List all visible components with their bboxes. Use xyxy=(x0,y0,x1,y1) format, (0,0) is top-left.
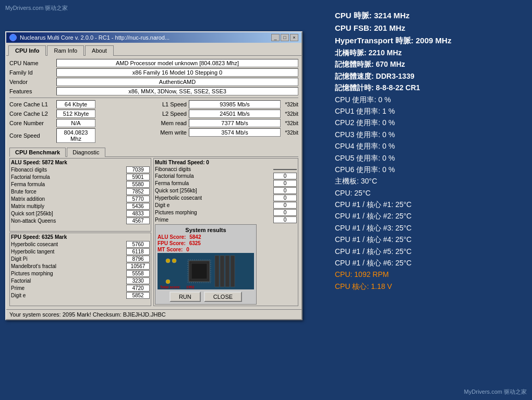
bench-tab-diagnostic[interactable]: Diagnostic xyxy=(67,148,105,157)
bench-row-label: Ferma formula xyxy=(11,181,126,187)
main-tab-bar: CPU Info Ram Info About xyxy=(6,43,301,56)
bench-row-label: Digit e xyxy=(155,202,273,208)
stat-line-12: CPU5 使用率: 0 % xyxy=(335,152,521,164)
bench-buttons[interactable]: RUN CLOSE xyxy=(158,292,254,302)
bench-row-value: 5770 xyxy=(126,196,150,202)
close-button[interactable]: CLOSE xyxy=(204,292,242,302)
stat-line-7: CPU 使用率: 0 % xyxy=(335,94,521,105)
stat-line-16: CPU #1 / 核心 #1: 25°C xyxy=(335,199,521,210)
fpu-score-row: FPU Score: 6325 xyxy=(158,240,254,246)
bench-row-label: Hyperbolic cosecant xyxy=(155,195,273,201)
bench-row: Factorial formula 0 xyxy=(155,173,297,179)
mem-write-badge: *32bit xyxy=(281,130,298,136)
svg-rect-7 xyxy=(231,256,235,287)
right-stats-panel: CPU 時脈: 3214 MHzCPU FSB: 201 MHzHyperTra… xyxy=(329,5,527,296)
alu-panel: ALU Speed: 5872 Mark Fibonacci digits 70… xyxy=(9,158,151,232)
title-bar-text: Nuclearus Multi Core v. 2.0.0 - RC1 - ht… xyxy=(9,34,170,41)
core-number-value: N/A xyxy=(56,119,95,127)
bench-row-label: Brute force xyxy=(11,189,126,195)
stat-line-14: 主機板: 30°C xyxy=(335,175,521,187)
bench-left-panels: ALU Speed: 5872 Mark Fibonacci digits 70… xyxy=(9,158,151,306)
perf-section: Core Cache L1 64 Kbyte Core Cache L2 512… xyxy=(9,100,298,144)
core-number-row: Core Number N/A xyxy=(9,119,153,127)
bench-row-value: 0 xyxy=(273,180,297,187)
bench-tab-cpu[interactable]: CPU Benchmark xyxy=(9,148,66,157)
mem-write-label: Mem write xyxy=(155,129,189,136)
features-value: x86, MMX, 3DNow, SSE, SSE2, SSE3 xyxy=(56,87,298,95)
alu-score-row: ALU Score: 5842 xyxy=(158,234,254,240)
close-button[interactable]: × xyxy=(290,34,298,41)
l1-speed-row: L1 Speed 93985 Mb/s *32bit xyxy=(155,100,298,108)
bench-row-value xyxy=(273,169,297,170)
bench-row: Ferma formula 0 xyxy=(155,180,297,187)
stat-line-10: CPU3 使用率: 0 % xyxy=(335,129,521,140)
bench-row-value: 4567 xyxy=(126,217,150,224)
mt-header: Multi Thread Speed: 0 xyxy=(155,160,297,165)
bench-row: Hyperbolic tangent 6118 xyxy=(11,248,150,255)
title-controls[interactable]: _ □ × xyxy=(271,34,298,41)
bench-row-label: Factorial formula xyxy=(155,173,273,179)
fpu-panel: FPU Speed: 6325 Mark Hyperbolic cosecant… xyxy=(9,233,151,306)
mem-read-row: Mem read 7377 Mb/s *32bit xyxy=(155,119,298,127)
core-cache-l2-row: Core Cache L2 512 Kbyte xyxy=(9,110,153,118)
svg-point-8 xyxy=(166,259,170,263)
mt-panel: Multi Thread Speed: 0 Fibonacci digits F… xyxy=(153,158,298,306)
bench-row-value: 0 xyxy=(273,216,297,223)
results-title: System results xyxy=(158,227,254,233)
tab-ram-info[interactable]: Ram Info xyxy=(47,45,84,56)
mem-read-label: Mem read xyxy=(155,120,189,126)
bench-row-value: 5580 xyxy=(126,181,150,188)
mem-write-row: Mem write 3574 Mb/s *32bit xyxy=(155,128,298,137)
perf-left-col: Core Cache L1 64 Kbyte Core Cache L2 512… xyxy=(9,100,153,144)
cpu-name-value: AMD Processor model unknown [804.0823 Mh… xyxy=(56,59,298,67)
watermark-bottom: MyDrivers.com 驱动之家 xyxy=(464,388,527,396)
tab-cpu-info[interactable]: CPU Info xyxy=(8,45,46,56)
bench-row-value: 7039 xyxy=(126,166,150,173)
tab-about[interactable]: About xyxy=(85,45,114,56)
minimize-button[interactable]: _ xyxy=(271,34,280,41)
bench-row-value: 5436 xyxy=(126,203,150,210)
bench-row-label: Prime xyxy=(155,217,273,223)
cpu-name-label: CPU Name xyxy=(9,60,56,66)
core-speed-label: Core Speed xyxy=(9,132,56,139)
svg-rect-6 xyxy=(225,256,229,287)
mt-score-value: 0 xyxy=(186,247,189,252)
bench-row: Quick sort [256kb] 4833 xyxy=(11,210,150,217)
app-icon xyxy=(9,34,17,41)
stat-line-4: 記憶體時脈: 670 MHz xyxy=(335,58,521,70)
bench-combined: ALU Speed: 5872 Mark Fibonacci digits 70… xyxy=(9,158,298,306)
fpu-score-value: 6325 xyxy=(189,240,201,246)
svg-rect-5 xyxy=(220,256,224,287)
core-cache-l1-value: 64 Kbyte xyxy=(56,100,95,108)
bench-row-label: Factorial formula xyxy=(11,174,126,180)
bench-row: Hyperbolic cosecant 0 xyxy=(155,195,297,201)
l1-speed-value: 93985 Mb/s xyxy=(189,100,281,108)
bench-row-value: 0 xyxy=(273,209,297,216)
bench-row-value: 0 xyxy=(273,195,297,201)
bench-row-label: Non-attack Queens xyxy=(11,218,126,224)
maximize-button[interactable]: □ xyxy=(281,34,289,41)
bench-row-label: Ferma formula xyxy=(155,180,273,186)
svg-rect-4 xyxy=(215,256,219,287)
fpu-score-label: FPU Score: xyxy=(158,240,186,246)
stat-line-17: CPU #1 / 核心 #2: 25°C xyxy=(335,210,521,222)
core-cache-l1-label: Core Cache L1 xyxy=(9,101,56,107)
run-button[interactable]: RUN xyxy=(170,292,201,302)
mt-score-row: MT Score: 0 xyxy=(158,247,254,252)
bench-row-value: 4833 xyxy=(126,210,150,217)
bench-tab-bar: CPU Benchmark Diagnostic xyxy=(9,147,298,157)
bench-row-label: Hyperbolic tangent xyxy=(11,249,126,254)
stat-line-19: CPU #1 / 核心 #4: 25°C xyxy=(335,234,521,245)
bench-row-label: Digit e xyxy=(11,293,126,298)
stat-line-0: CPU 時脈: 3214 MHz xyxy=(335,9,521,22)
svg-point-9 xyxy=(172,259,176,263)
bench-row-label: Digit Pi xyxy=(11,256,126,262)
family-id-value: x86 Family 16 Model 10 Stepping 0 xyxy=(56,68,298,77)
fpu-header: FPU Speed: 6325 Mark xyxy=(11,234,150,240)
bench-row: Quick sort [256kb] 0 xyxy=(155,187,297,194)
svg-rect-3 xyxy=(191,263,207,279)
stat-line-3: 北橋時脈: 2210 MHz xyxy=(335,47,521,58)
core-cache-l2-label: Core Cache L2 xyxy=(9,111,56,117)
bench-row-value: 10567 xyxy=(126,263,150,270)
perf-right-col: L1 Speed 93985 Mb/s *32bit L2 Speed 2450… xyxy=(155,100,298,144)
